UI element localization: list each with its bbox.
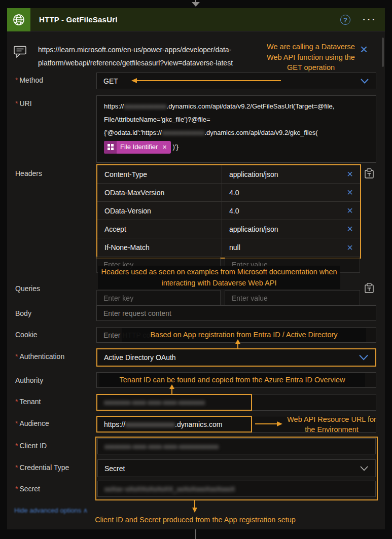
client-id-input[interactable]: xxxxxxxx-xxxx-xxxx-xxxx-xxxxxxxxxxxx	[97, 438, 376, 454]
annotation-audience: Web API Resource URL for the Environment	[282, 415, 381, 435]
uri-text-segment: .dynamics.com/api/data/v9.2/gkc_files(	[204, 129, 317, 136]
header-value-cell[interactable]: application/json	[222, 220, 340, 238]
advanced-options-toggle[interactable]: Hide advanced options ∧	[14, 507, 88, 514]
uri-label: URI	[15, 99, 32, 107]
query-key-placeholder: Enter key	[103, 294, 133, 302]
uri-text-segment: https://	[104, 102, 124, 110]
ellipsis-icon: ···	[363, 14, 377, 25]
header-row: Accept application/json ×	[97, 220, 360, 238]
chevron-down-icon	[359, 354, 369, 361]
action-header[interactable]: HTTP - GetFileSasUrl ? ···	[7, 8, 385, 31]
annotation-authority: Tenant ID can be found and copied from t…	[99, 373, 365, 387]
secret-label: Secret	[15, 485, 40, 493]
help-button[interactable]: ?	[340, 15, 350, 25]
headers-table: Content-Type application/json × OData-Ma…	[96, 164, 361, 259]
header-key-cell[interactable]: OData-Version	[97, 202, 222, 220]
redacted-text: xxxxxxxxxxxxx	[124, 100, 167, 113]
header-remove-button[interactable]: ×	[340, 202, 360, 220]
header-value-cell[interactable]: 4.0	[222, 202, 340, 220]
scrollbar-thumb[interactable]	[382, 38, 384, 67]
authentication-label: Authentication	[15, 352, 64, 361]
query-value-placeholder: Enter value	[232, 294, 268, 302]
query-key-input[interactable]: Enter key	[96, 290, 221, 306]
flow-connector-top-icon	[191, 0, 200, 7]
header-row: OData-Version 4.0 ×	[97, 202, 360, 220]
comment-url-line1: https://learn.microsoft.com/en-us/power-…	[38, 43, 233, 56]
header-row: Content-Type application/json ×	[97, 165, 360, 184]
secret-input[interactable]: xxXxx~xXxXXxXxXxXX_xxXxXxxxXxxXxxxX	[97, 481, 376, 497]
dynamic-token-file-identifier[interactable]: File Identifier ×	[104, 141, 171, 154]
comment-url: https://learn.microsoft.com/en-us/power-…	[38, 43, 233, 69]
header-key-cell[interactable]: OData-MaxVersion	[97, 184, 222, 201]
body-label: Body	[15, 309, 31, 317]
audience-value-post: .dynamics.com	[175, 420, 222, 428]
queries-text-mode-button[interactable]	[365, 283, 374, 293]
uri-input[interactable]: https://xxxxxxxxxxxxx.dynamics.com/api/d…	[96, 95, 376, 163]
header-remove-button[interactable]: ×	[340, 220, 360, 238]
arrow-up-icon	[168, 384, 175, 395]
query-value-input[interactable]: Enter value	[225, 290, 360, 306]
uri-text-line: https://xxxxxxxxxxxxx.dynamics.com/api/d…	[104, 100, 369, 113]
http-connector-icon	[7, 8, 30, 31]
globe-icon	[12, 13, 26, 27]
tenant-highlight-box[interactable]: xxxxxxxx-xxxx-xxxx-xxxx-xxxxxxxx	[96, 394, 252, 411]
comment-url-line2: platform/webapi/reference/getfilesasurl?…	[38, 56, 233, 69]
annotation-method: We are calling a Dataverse Web API funct…	[265, 42, 357, 73]
method-value: GET	[103, 77, 118, 85]
arrow-right-icon	[254, 420, 283, 427]
header-row: If-None-Match null ×	[97, 238, 360, 257]
header-value-cell[interactable]: 4.0	[222, 184, 340, 201]
uri-text-line: File Identifier × )'}	[104, 139, 369, 155]
queries-label: Queries	[15, 284, 40, 293]
client-id-label: Client ID	[15, 442, 47, 450]
token-label: File Identifier	[117, 141, 161, 154]
question-icon: ?	[343, 16, 347, 24]
header-remove-button[interactable]: ×	[340, 238, 360, 257]
action-title: HTTP - GetFileSasUrl	[39, 15, 118, 24]
header-remove-button[interactable]: ×	[340, 165, 360, 183]
header-value-cell[interactable]: application/json	[222, 165, 340, 183]
header-key-cell[interactable]: If-None-Match	[97, 238, 222, 257]
menu-button[interactable]: ···	[363, 14, 377, 25]
tenant-value-redacted: xxxxxxxx-xxxx-xxxx-xxxx-xxxxxxxx	[104, 399, 205, 406]
arrow-down-icon	[191, 500, 198, 514]
cookie-label: Cookie	[15, 331, 38, 339]
header-row: OData-MaxVersion 4.0 ×	[97, 184, 360, 202]
flow-connector-bottom	[195, 529, 196, 539]
audience-highlight-box[interactable]: https://xxxxxxxxxxxxxx.dynamics.com	[96, 416, 252, 433]
annotation-bottom: Client ID and Secret produced from the A…	[30, 516, 360, 524]
annotation-headers: Headers used as seen on examples from Mi…	[98, 266, 340, 289]
method-label: Method	[15, 76, 43, 84]
comment-close-button[interactable]: ×	[360, 44, 368, 55]
close-icon: ×	[360, 42, 368, 57]
authentication-dropdown[interactable]: Active Directory OAuth	[96, 348, 376, 367]
credential-type-value: Secret	[104, 464, 125, 473]
uri-text-line: {'@odata.id':'https://xxxxxxxxxxxxx.dyna…	[104, 126, 369, 139]
annotation-cookie: Based on App registration from Entra ID …	[122, 328, 366, 342]
uri-text-segment: {'@odata.id':'https://	[104, 129, 162, 136]
audience-value-redacted: xxxxxxxxxxxxxx	[125, 420, 175, 428]
audience-value-pre: https://	[104, 420, 125, 428]
header-remove-button[interactable]: ×	[340, 184, 360, 201]
headers-label: Headers	[15, 169, 42, 177]
credential-type-label: Credential Type	[15, 463, 69, 472]
client-id-value-redacted: xxxxxxxx-xxxx-xxxx-xxxx-xxxxxxxxxxxx	[104, 443, 219, 450]
dynamic-content-icon	[104, 141, 117, 154]
tenant-label: Tenant	[15, 398, 41, 406]
header-key-cell[interactable]: Content-Type	[97, 165, 222, 183]
uri-text-segment: )'}	[173, 140, 179, 154]
body-input[interactable]: Enter request content	[96, 305, 376, 321]
credential-type-dropdown[interactable]: Secret	[97, 459, 376, 477]
authority-label: Authority	[15, 376, 43, 384]
annotation-arrow-left-icon	[130, 77, 283, 85]
power-automate-canvas: HTTP - GetFileSasUrl ? ··· https://learn…	[0, 0, 392, 539]
header-key-cell[interactable]: Accept	[97, 220, 222, 238]
header-value-cell[interactable]: null	[222, 238, 340, 257]
secret-value-redacted: xxXxx~xXxXXxXxXxXX_xxXxXxxxXxxXxxxX	[104, 485, 235, 493]
audience-label: Audience	[15, 419, 49, 427]
redacted-text: xxxxxxxxxxxxx	[162, 126, 205, 139]
body-placeholder: Enter request content	[103, 309, 171, 317]
headers-text-mode-button[interactable]	[365, 168, 374, 178]
authentication-value: Active Directory OAuth	[104, 353, 176, 362]
token-remove-button[interactable]: ×	[161, 141, 170, 154]
